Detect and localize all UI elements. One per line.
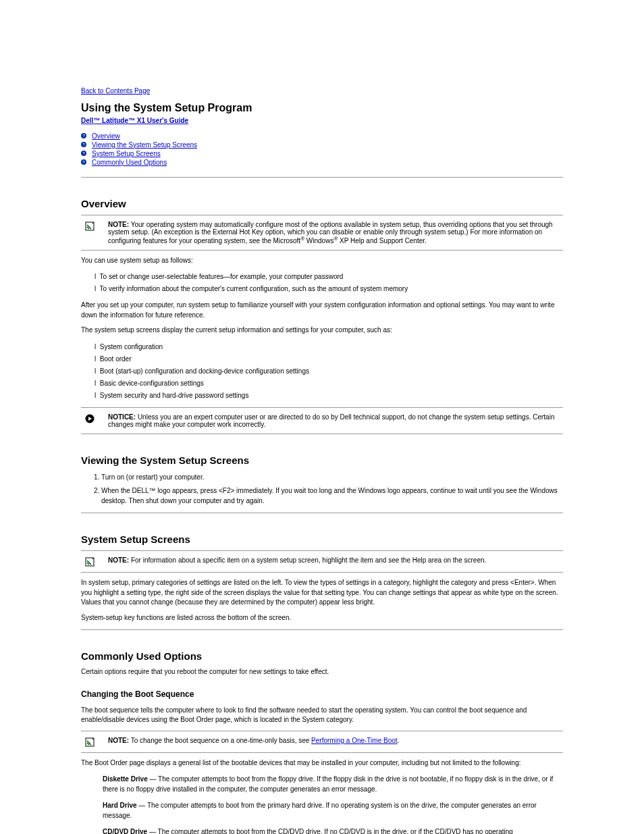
viewing-steps: Turn on (or restart) your computer. When… [81, 473, 563, 506]
divider [81, 629, 563, 630]
list-item: l To set or change user-selectable featu… [95, 272, 563, 282]
notice-text: NOTICE: Unless you are an expert compute… [104, 407, 563, 434]
svg-text:?: ? [82, 151, 84, 155]
common-restart-note: Certain options require that you reboot … [81, 667, 563, 677]
common-heading: Commonly Used Options [81, 650, 563, 662]
boot-sequence-subheading: Changing the Boot Sequence [81, 689, 563, 699]
boot-list-intro: The Boot Order page displays a general l… [81, 758, 563, 768]
help-icon: ? [81, 151, 86, 156]
help-icon: ? [81, 133, 86, 138]
boot-intro: The boot sequence tells the computer whe… [81, 706, 563, 725]
note-block: NOTE: To change the boot sequence on a o… [81, 731, 563, 753]
list-item: l Boot order [95, 355, 563, 364]
list-item: l System security and hard-drive passwor… [95, 391, 563, 400]
note-label: NOTE: [108, 737, 129, 744]
boot-option: Diskette Drive — The computer attempts t… [103, 775, 563, 794]
screens-paragraph-1: In system setup, primary categories of s… [81, 578, 563, 608]
boot-options-list: Diskette Drive — The computer attempts t… [103, 775, 563, 834]
overview-contains-list: l System configuration l Boot order l Bo… [95, 342, 563, 400]
back-to-contents-link[interactable]: Back to Contents Page [81, 87, 150, 95]
list-item: l Basic device-configuration settings [95, 379, 563, 388]
step-item: When the DELL™ logo appears, press <F2> … [101, 486, 563, 506]
toc-link-common[interactable]: Commonly Used Options [92, 159, 167, 166]
help-icon: ? [81, 159, 86, 165]
notice-block: NOTICE: Unless you are an expert compute… [81, 407, 563, 434]
boot-option: CD/DVD Drive — The computer attempts to … [103, 827, 563, 834]
viewing-heading: Viewing the System Setup Screens [81, 454, 563, 466]
option-name: Diskette Drive [103, 775, 148, 783]
one-time-boot-link[interactable]: Performing a One-Time Boot [311, 737, 397, 744]
note-text: NOTE: Your operating system may automati… [104, 215, 563, 250]
note-block: NOTE: Your operating system may automati… [81, 215, 563, 251]
toc-link-overview[interactable]: Overview [92, 132, 120, 140]
overview-uses-list: l To set or change user-selectable featu… [95, 272, 563, 294]
screens-paragraph-2: System-setup key functions are listed ac… [81, 613, 563, 623]
notice-icon [85, 414, 95, 423]
boot-option: Hard Drive — The computer attempts to bo… [103, 801, 563, 820]
page-title: Using the System Setup Program [81, 102, 563, 114]
svg-text:?: ? [82, 142, 84, 147]
toc-link-viewing[interactable]: Viewing the System Setup Screens [92, 141, 197, 149]
table-of-contents: ? Overview ? Viewing the System Setup Sc… [81, 132, 563, 166]
note-icon [85, 557, 95, 567]
divider [81, 177, 563, 178]
document-page: Back to Contents Page Using the System S… [0, 0, 644, 834]
svg-text:?: ? [82, 160, 84, 164]
overview-heading: Overview [81, 198, 563, 209]
note-text: NOTE: For information about a specific i… [104, 551, 563, 573]
note-icon [85, 737, 95, 747]
note-icon [85, 221, 95, 231]
option-name: CD/DVD Drive [103, 828, 147, 834]
divider [81, 513, 563, 513]
toc-link-screens[interactable]: System Setup Screens [92, 150, 161, 157]
notice-label: NOTICE: [108, 413, 136, 421]
overview-use-intro: You can use system setup as follows: [81, 256, 563, 266]
option-desc: The computer attempts to boot from the C… [158, 828, 513, 834]
step-item: Turn on (or restart) your computer. [101, 473, 563, 483]
note-label: NOTE: [108, 556, 129, 564]
note-block: NOTE: For information about a specific i… [81, 550, 563, 573]
screens-heading: System Setup Screens [81, 533, 563, 545]
note-label: NOTE: [108, 221, 129, 228]
list-item: l To verify information about the comput… [95, 284, 563, 294]
help-icon: ? [81, 142, 86, 147]
overview-after: After you set up your computer, run syst… [81, 301, 563, 320]
svg-text:?: ? [82, 134, 84, 138]
overview-contain-intro: The system setup screens display the cur… [81, 325, 563, 336]
guide-title-link[interactable]: Dell™ Latitude™ X1 User's Guide [81, 117, 188, 124]
list-item: l Boot (start-up) configuration and dock… [95, 367, 563, 376]
list-item: l System configuration [95, 342, 563, 352]
option-desc: The computer attempts to boot from the p… [103, 802, 537, 819]
option-name: Hard Drive [103, 802, 137, 809]
note-text: NOTE: To change the boot sequence on a o… [104, 731, 563, 752]
option-desc: The computer attempts to boot from the f… [103, 775, 553, 793]
